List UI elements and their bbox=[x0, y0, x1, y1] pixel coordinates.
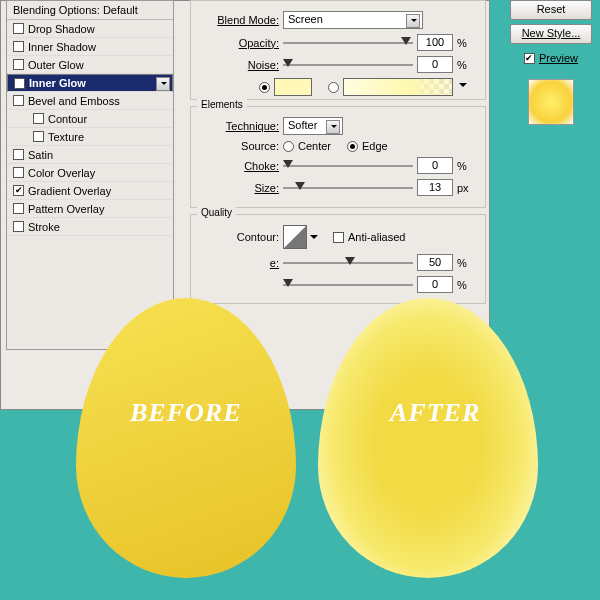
style-item-contour[interactable]: Contour bbox=[7, 110, 173, 128]
size-input[interactable]: 13 bbox=[417, 179, 453, 196]
style-item-checkbox[interactable] bbox=[13, 95, 24, 106]
size-slider[interactable] bbox=[283, 181, 413, 195]
elements-group: Elements Technique: Softer Source: Cente… bbox=[190, 106, 486, 208]
choke-input[interactable]: 0 bbox=[417, 157, 453, 174]
preview-swatch bbox=[528, 79, 574, 125]
noise-slider[interactable] bbox=[283, 58, 413, 72]
style-item-satin[interactable]: Satin bbox=[7, 146, 173, 164]
structure-group: Blend Mode: Screen Opacity: 100 % Noise:… bbox=[190, 0, 486, 100]
choke-slider[interactable] bbox=[283, 159, 413, 173]
styles-list: Blending Options: Default Drop ShadowInn… bbox=[6, 0, 174, 350]
style-item-label: Texture bbox=[48, 131, 84, 143]
style-item-label: Gradient Overlay bbox=[28, 185, 111, 197]
quality-group: Quality Contour: Anti-aliased e: 50 % 0 … bbox=[190, 214, 486, 304]
style-item-inner-glow[interactable]: Inner Glow bbox=[7, 74, 173, 92]
style-item-pattern-overlay[interactable]: Pattern Overlay bbox=[7, 200, 173, 218]
style-item-label: Bevel and Emboss bbox=[28, 95, 120, 107]
preview-checkbox[interactable] bbox=[524, 53, 535, 64]
noise-label: Noise: bbox=[199, 59, 279, 71]
style-item-stroke[interactable]: Stroke bbox=[7, 218, 173, 236]
noise-input[interactable]: 0 bbox=[417, 56, 453, 73]
style-item-inner-shadow[interactable]: Inner Shadow bbox=[7, 38, 173, 56]
range-label: e: bbox=[199, 257, 279, 269]
style-item-checkbox[interactable] bbox=[14, 78, 25, 89]
dialog-right-panel: Reset New Style... Preview bbox=[506, 0, 596, 125]
style-item-checkbox[interactable] bbox=[33, 113, 44, 124]
style-item-checkbox[interactable] bbox=[13, 203, 24, 214]
opacity-label: Opacity: bbox=[199, 37, 279, 49]
style-item-outer-glow[interactable]: Outer Glow bbox=[7, 56, 173, 74]
style-item-label: Stroke bbox=[28, 221, 60, 233]
choke-label: Choke: bbox=[199, 160, 279, 172]
after-label: AFTER bbox=[390, 398, 480, 428]
style-item-label: Color Overlay bbox=[28, 167, 95, 179]
anti-aliased-checkbox[interactable] bbox=[333, 232, 344, 243]
styles-list-header: Blending Options: Default bbox=[7, 1, 173, 20]
style-item-checkbox[interactable] bbox=[13, 23, 24, 34]
style-item-checkbox[interactable] bbox=[13, 185, 24, 196]
style-item-label: Inner Shadow bbox=[28, 41, 96, 53]
style-item-label: Contour bbox=[48, 113, 87, 125]
range-slider[interactable] bbox=[283, 256, 413, 270]
style-item-drop-shadow[interactable]: Drop Shadow bbox=[7, 20, 173, 38]
technique-select[interactable]: Softer bbox=[283, 117, 343, 135]
jitter-input[interactable]: 0 bbox=[417, 276, 453, 293]
source-label: Source: bbox=[199, 140, 279, 152]
style-item-gradient-overlay[interactable]: Gradient Overlay bbox=[7, 182, 173, 200]
gradient-swatch[interactable] bbox=[343, 78, 453, 96]
style-item-color-overlay[interactable]: Color Overlay bbox=[7, 164, 173, 182]
preview-label: Preview bbox=[539, 52, 578, 64]
contour-label: Contour: bbox=[199, 231, 279, 243]
style-item-checkbox[interactable] bbox=[13, 149, 24, 160]
size-label: Size: bbox=[199, 182, 279, 194]
gradient-dropdown-icon[interactable] bbox=[459, 83, 467, 91]
style-item-checkbox[interactable] bbox=[13, 221, 24, 232]
style-item-checkbox[interactable] bbox=[33, 131, 44, 142]
contour-picker[interactable] bbox=[283, 225, 307, 249]
jitter-slider[interactable] bbox=[283, 278, 413, 292]
style-item-label: Drop Shadow bbox=[28, 23, 95, 35]
gradient-radio[interactable] bbox=[328, 82, 339, 93]
opacity-input[interactable]: 100 bbox=[417, 34, 453, 51]
style-item-label: Inner Glow bbox=[29, 77, 86, 89]
before-label: BEFORE bbox=[130, 398, 242, 428]
style-item-checkbox[interactable] bbox=[13, 41, 24, 52]
style-item-checkbox[interactable] bbox=[13, 59, 24, 70]
color-radio[interactable] bbox=[259, 82, 270, 93]
style-item-label: Pattern Overlay bbox=[28, 203, 104, 215]
range-input[interactable]: 50 bbox=[417, 254, 453, 271]
style-item-texture[interactable]: Texture bbox=[7, 128, 173, 146]
source-center-radio[interactable] bbox=[283, 141, 294, 152]
opacity-slider[interactable] bbox=[283, 36, 413, 50]
source-edge-radio[interactable] bbox=[347, 141, 358, 152]
blend-mode-label: Blend Mode: bbox=[199, 14, 279, 26]
style-item-bevel-and-emboss[interactable]: Bevel and Emboss bbox=[7, 92, 173, 110]
technique-label: Technique: bbox=[199, 120, 279, 132]
blend-mode-select[interactable]: Screen bbox=[283, 11, 423, 29]
style-item-label: Satin bbox=[28, 149, 53, 161]
new-style-button[interactable]: New Style... bbox=[510, 24, 592, 44]
reset-button[interactable]: Reset bbox=[510, 0, 592, 20]
style-item-checkbox[interactable] bbox=[13, 167, 24, 178]
style-item-label: Outer Glow bbox=[28, 59, 84, 71]
color-swatch[interactable] bbox=[274, 78, 312, 96]
